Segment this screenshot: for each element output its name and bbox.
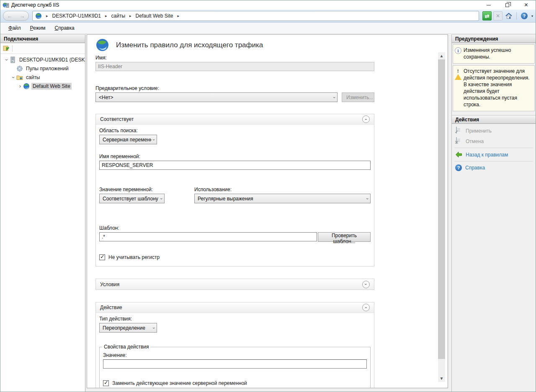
action-section: Действие › Тип действия: Переопределение…	[95, 302, 374, 388]
scroll-up-icon[interactable]: ▲	[438, 52, 445, 59]
match-section-header[interactable]: Соответствует ›	[96, 114, 374, 125]
alert-text: Изменения успешно сохранены.	[464, 47, 532, 60]
page-globe-icon	[95, 38, 109, 52]
site-globe-icon	[23, 83, 30, 90]
pattern-label: Шаблон:	[99, 225, 371, 231]
precondition-combo[interactable]: <Нет> ›	[95, 92, 338, 102]
server-icon	[10, 56, 16, 63]
menu-file[interactable]: Файл	[5, 23, 25, 33]
tree-label-server[interactable]: DESKTOP-U1MK9D1 (DESKTOP	[18, 56, 85, 63]
menu-help[interactable]: Справка	[51, 23, 78, 33]
variable-value-combo[interactable]: Соответствует шаблону ›	[99, 194, 165, 203]
action-properties-title: Свойства действия	[102, 344, 150, 350]
minimize-button[interactable]	[479, 0, 498, 10]
menu-mode[interactable]: Режим	[26, 23, 49, 33]
scrollbar-track[interactable]	[438, 59, 445, 375]
variable-name-input[interactable]	[99, 161, 371, 170]
pattern-input[interactable]	[99, 232, 317, 241]
tree-label-app-pools[interactable]: Пулы приложений	[25, 65, 70, 72]
tree-label-default-site[interactable]: Default Web Site	[31, 83, 72, 90]
iis-manager-window: Диспетчер служб IIS ← → ▸ DESKTOP-U1MK9D…	[0, 0, 536, 392]
tree-item-default-site[interactable]: › Default Web Site	[0, 82, 85, 90]
actions-separator	[454, 161, 533, 161]
ignore-case-label: Не учитывать регистр	[108, 254, 160, 260]
rule-edit-pane: Изменить правило для исходящего трафика …	[87, 34, 448, 388]
using-combo[interactable]: Регулярные выражения ›	[194, 194, 371, 203]
refresh-icon: ⇄	[485, 13, 490, 19]
back-nav-button[interactable]: ←	[7, 13, 13, 19]
name-input	[95, 62, 374, 71]
expand-button[interactable]: ›	[362, 281, 370, 288]
scrollbar-thumb[interactable]	[438, 59, 445, 359]
info-icon: i	[455, 47, 461, 54]
chevron-down-icon: ›	[152, 327, 157, 329]
collapse-button[interactable]: ›	[362, 115, 370, 123]
back-arrow-icon	[455, 151, 462, 158]
chevron-collapsed-icon[interactable]: ›	[17, 83, 23, 89]
back-to-rules-label: Назад к правилам	[466, 152, 508, 158]
alert-text: Отсутствует значение для действия переоп…	[464, 68, 532, 108]
precondition-edit-button[interactable]: Изменить...	[342, 92, 374, 102]
save-connection-icon[interactable]	[3, 45, 10, 52]
chevron-expanded-icon[interactable]: ›	[4, 57, 10, 63]
window-controls	[479, 0, 536, 10]
connections-panel: Подключения › DESKTOP-U1MK9	[0, 34, 85, 392]
forward-nav-button[interactable]: →	[20, 13, 25, 19]
home-button[interactable]	[504, 11, 513, 20]
scroll-down-icon[interactable]: ▼	[438, 375, 445, 382]
replace-value-checkbox[interactable]	[103, 380, 109, 386]
tree-item-app-pools[interactable]: Пулы приложений	[0, 64, 85, 73]
app-icon	[3, 2, 9, 8]
content-area: Изменить правило для исходящего трафика …	[85, 34, 451, 392]
breadcrumb-sites[interactable]: сайты	[111, 13, 126, 19]
restore-button[interactable]	[498, 0, 517, 10]
cancel-label: Отмена	[466, 138, 484, 144]
collapse-button[interactable]: ›	[362, 304, 370, 311]
name-label: Имя:	[95, 55, 374, 61]
sites-folder-icon	[16, 74, 23, 81]
action-type-label: Тип действия:	[99, 316, 371, 322]
ignore-case-checkbox[interactable]	[99, 254, 105, 260]
stop-icon: ✕	[496, 13, 500, 19]
scope-label: Область поиска:	[99, 128, 371, 133]
help-caret-icon: ▾	[531, 14, 533, 18]
chevron-up-icon: ›	[364, 118, 368, 120]
cancel-action[interactable]: ✕ Отмена	[452, 136, 536, 146]
connections-toolbar	[0, 43, 85, 54]
vertical-scrollbar[interactable]: ▲ ▼	[438, 52, 445, 382]
breadcrumb-server[interactable]: DESKTOP-U1MK9D1	[52, 13, 101, 19]
stop-button[interactable]: ✕	[493, 11, 502, 20]
apply-icon: ✓	[456, 127, 457, 133]
restore-icon	[505, 3, 509, 7]
scope-combo[interactable]: Серверная переменн ›	[99, 135, 157, 144]
help-action[interactable]: ? Справка	[452, 163, 536, 173]
apply-action[interactable]: ✓ Применить	[452, 126, 536, 136]
help-icon: ?	[521, 13, 528, 19]
help-menu-button[interactable]: ?	[520, 11, 529, 20]
window-title: Диспетчер служб IIS	[11, 2, 479, 8]
precondition-label: Предварительное условие:	[95, 85, 374, 91]
breadcrumb-site[interactable]: Default Web Site	[136, 13, 173, 19]
globe-icon	[35, 13, 42, 19]
chevron-down-icon: ›	[159, 198, 164, 200]
tree-item-server[interactable]: › DESKTOP-U1MK9D1 (DESKTOP	[0, 55, 85, 64]
close-icon	[524, 2, 528, 8]
chevron-down-icon: ›	[364, 284, 368, 285]
minimize-icon	[487, 5, 491, 5]
action-section-header[interactable]: Действие ›	[96, 302, 374, 313]
value-input[interactable]	[103, 359, 367, 369]
address-bar[interactable]: ▸ DESKTOP-U1MK9D1 ▸ сайты ▸ Default Web …	[32, 11, 479, 21]
chevron-expanded-icon[interactable]: ›	[10, 74, 16, 80]
tree-item-sites[interactable]: › сайты	[0, 73, 85, 82]
test-pattern-button[interactable]: Проверить шаблон...	[318, 232, 371, 242]
back-to-rules-action[interactable]: Назад к правилам	[452, 149, 536, 160]
action-type-combo[interactable]: Переопределение ›	[99, 323, 157, 333]
right-panel: Предупреждения i Изменения успешно сохра…	[451, 34, 536, 392]
tree-label-sites[interactable]: сайты	[25, 74, 41, 81]
close-button[interactable]	[517, 0, 536, 10]
conditions-section-header[interactable]: Условия ›	[96, 279, 374, 290]
alerts-header: Предупреждения	[452, 34, 536, 43]
refresh-button[interactable]: ⇄	[482, 11, 492, 20]
alert-warning: Отсутствует значение для действия переоп…	[453, 65, 535, 111]
variable-name-label: Имя переменной:	[99, 154, 371, 159]
